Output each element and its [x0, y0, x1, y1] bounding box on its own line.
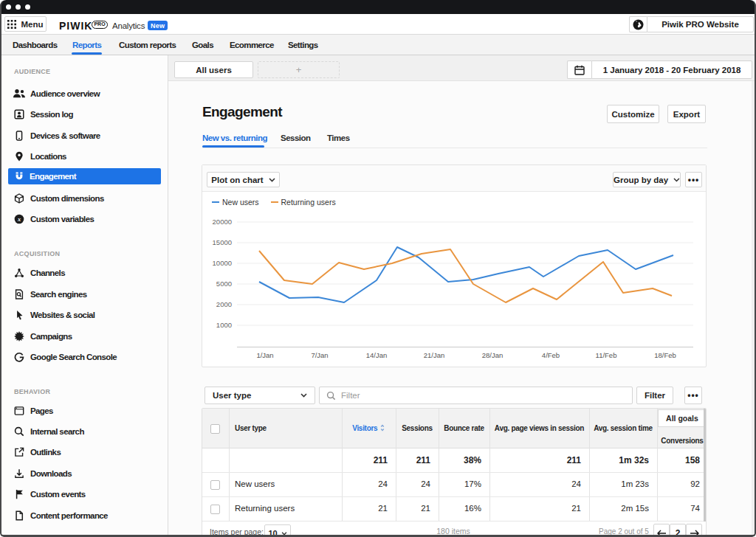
svg-text:15000: 15000 [213, 238, 232, 246]
svg-text:4/Feb: 4/Feb [542, 351, 560, 359]
svg-text:2000: 2000 [216, 300, 232, 308]
svg-text:1000: 1000 [216, 321, 232, 329]
svg-text:5000: 5000 [216, 280, 232, 288]
svg-text:28/Jan: 28/Jan [482, 351, 504, 359]
svg-text:1/Jan: 1/Jan [256, 351, 273, 359]
svg-text:10000: 10000 [213, 259, 232, 267]
svg-text:11/Feb: 11/Feb [596, 351, 617, 359]
svg-text:20000: 20000 [213, 218, 232, 226]
svg-text:x: x [17, 215, 21, 223]
svg-text:21/Jan: 21/Jan [424, 351, 445, 359]
svg-text:7/Jan: 7/Jan [311, 351, 328, 359]
svg-text:18/Feb: 18/Feb [654, 351, 676, 359]
svg-text:14/Jan: 14/Jan [366, 351, 388, 359]
